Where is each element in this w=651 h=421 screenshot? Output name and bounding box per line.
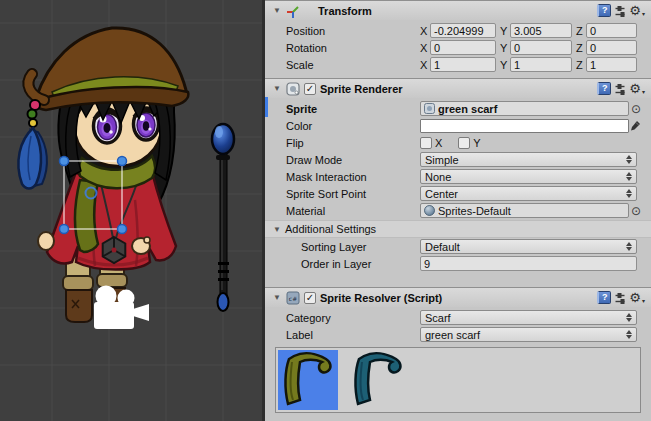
flip-y-checkbox[interactable] [458,137,470,149]
gear-caret-icon: ▾ [642,297,645,304]
green-scarf-thumbnail[interactable] [278,350,338,410]
x-axis-label: X [420,59,430,71]
gear-icon[interactable]: ⚙ [629,82,641,95]
transform-rows: Position X -0.204999 Y 3.005 Z 0 Rotatio… [265,20,651,78]
sprite-sort-point-row: Sprite Sort Point Center [265,185,651,202]
z-axis-label: Z [576,59,586,71]
scene-view[interactable] [0,0,262,421]
help-icon[interactable]: ? [597,4,611,17]
scale-x-field[interactable]: 1 [430,57,496,72]
flip-y-label: Y [473,137,480,149]
gear-caret-icon: ▾ [642,88,645,95]
prefab-override-bar [265,97,268,117]
component-enabled-checkbox[interactable]: ✓ [304,292,316,304]
gear-icon[interactable]: ⚙ [629,4,641,17]
draw-mode-value: Simple [425,154,459,166]
sprite-sort-point-dropdown[interactable]: Center [420,186,637,201]
sprite-renderer-title: Sprite Renderer [320,83,403,95]
scale-y-field[interactable]: 1 [510,57,572,72]
help-icon[interactable]: ? [597,291,611,304]
rotation-z-field[interactable]: 0 [586,40,637,55]
sprite-value: green scarf [438,103,497,115]
presets-icon[interactable] [614,83,626,95]
order-in-layer-field[interactable]: 9 [420,256,637,271]
rotation-x-field[interactable]: 0 [430,40,496,55]
component-enabled-checkbox[interactable]: ✓ [304,83,316,95]
label-label: Label [286,329,420,341]
draw-mode-label: Draw Mode [286,154,420,166]
camera-gizmo-icon[interactable] [94,286,149,330]
gear-icon[interactable]: ⚙ [629,291,641,304]
rotation-y-field[interactable]: 0 [510,40,572,55]
pendant [103,237,126,263]
dropdown-arrows-icon [626,242,632,251]
sprite-resolver-header[interactable]: ▼ c# ✓ Sprite Resolver (Script) ? ⚙ ▾ [265,287,651,307]
mask-interaction-value: None [425,171,451,183]
x-axis-label: X [420,25,430,37]
sprite-object-field[interactable]: green scarf [420,101,629,116]
flip-x-label: X [435,137,442,149]
inspector-panel: ▼ Transform ? ⚙ ▾ Position X -0.20 [265,0,651,421]
object-picker-icon[interactable]: ⊙ [629,102,643,116]
additional-settings-label: Additional Settings [285,223,376,235]
svg-text:c#: c# [288,294,296,301]
label-dropdown[interactable]: green scarf [420,327,637,342]
rotation-label: Rotation [286,42,420,54]
y-axis-label: Y [500,25,510,37]
mask-interaction-row: Mask Interaction None [265,168,651,185]
sprite-label: Sprite [286,103,420,115]
hat-beads [28,100,41,127]
sorting-layer-label: Sorting Layer [286,241,420,253]
color-label: Color [286,120,420,132]
sorting-layer-dropdown[interactable]: Default [420,239,637,254]
mask-interaction-dropdown[interactable]: None [420,169,637,184]
left-eye [94,109,121,143]
staff-sprite[interactable] [212,124,234,311]
sprite-resolver-rows: Category Scarf Label green scarf [265,307,651,418]
teal-scarf-thumbnail[interactable] [348,350,408,410]
sprite-resolver-title: Sprite Resolver (Script) [320,292,442,304]
object-picker-icon[interactable]: ⊙ [629,204,643,218]
presets-icon[interactable] [614,5,626,17]
y-axis-label: Y [500,59,510,71]
dropdown-arrows-icon [626,155,632,164]
additional-settings-foldout[interactable]: ▼ Additional Settings [265,220,651,238]
position-z-field[interactable]: 0 [586,23,637,38]
sprite-thumbnail-icon [424,103,435,114]
rotation-row: Rotation X 0 Y 0 Z 0 [265,39,651,56]
sprite-renderer-header[interactable]: ▼ ✓ Sprite Renderer ? ⚙ ▾ [265,78,651,98]
order-in-layer-label: Order in Layer [286,258,420,270]
flip-label: Flip [286,137,420,149]
help-icon[interactable]: ? [597,82,611,95]
transform-header[interactable]: ▼ Transform ? ⚙ ▾ [265,0,651,20]
mask-interaction-label: Mask Interaction [286,171,420,183]
sorting-layer-value: Default [425,241,460,253]
order-in-layer-row: Order in Layer 9 [265,255,651,272]
foldout-icon[interactable]: ▼ [273,293,285,302]
position-x-field[interactable]: -0.204999 [430,23,496,38]
z-axis-label: Z [576,25,586,37]
sprite-sort-point-value: Center [425,188,458,200]
category-value: Scarf [425,312,451,324]
foldout-icon[interactable]: ▼ [273,225,285,234]
sprite-renderer-rows: Sprite green scarf ⊙ Color Flip X [265,98,651,277]
label-value: green scarf [425,329,480,341]
eyedropper-icon[interactable] [629,120,643,132]
flip-x-checkbox[interactable] [420,137,432,149]
presets-icon[interactable] [614,292,626,304]
category-dropdown[interactable]: Scarf [420,310,637,325]
color-swatch[interactable] [420,119,629,133]
position-y-field[interactable]: 3.005 [510,23,572,38]
character-sprite[interactable] [18,28,188,322]
draw-mode-dropdown[interactable]: Simple [420,152,637,167]
scene-canvas [0,0,262,421]
sprite-renderer-icon [285,81,300,96]
scale-z-field[interactable]: 1 [586,57,637,72]
draw-mode-row: Draw Mode Simple [265,151,651,168]
material-object-field[interactable]: Sprites-Default [420,203,629,218]
category-label: Category [286,312,420,324]
dropdown-arrows-icon [626,172,632,181]
sprite-row: Sprite green scarf ⊙ [265,100,651,117]
foldout-icon[interactable]: ▼ [273,84,285,93]
foldout-icon[interactable]: ▼ [273,6,285,15]
